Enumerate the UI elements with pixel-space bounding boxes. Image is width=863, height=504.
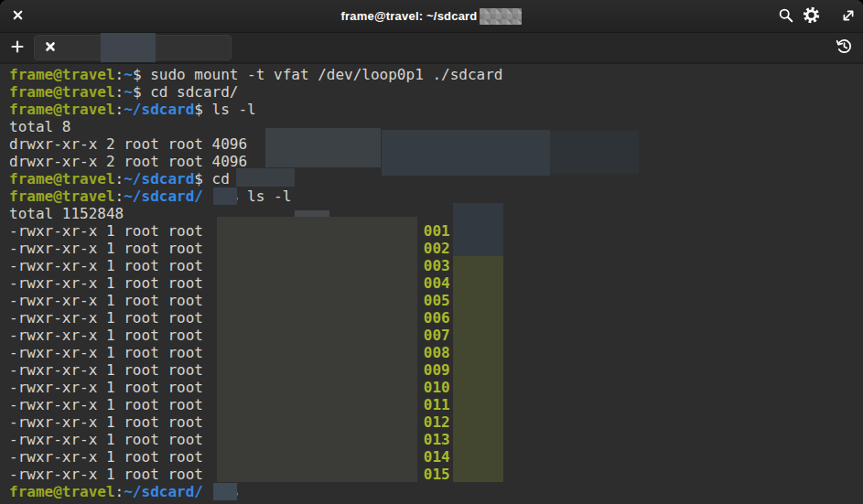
terminal-line: frame@travel:~/sdcard$ ls -l <box>9 101 863 118</box>
window-title-wrap: frame@travel: ~/sdcard <box>0 8 863 25</box>
search-button[interactable] <box>778 7 794 27</box>
terminal-line: total 1152848 <box>9 205 863 222</box>
terminal-line: -rwxr-xr-x 1 root root 012. <box>9 413 863 431</box>
gear-icon <box>803 6 820 27</box>
close-icon <box>45 41 56 55</box>
terminal-window: frame@travel: ~/sdcard <box>0 0 863 504</box>
terminal-line: -rwxr-xr-x 1 root root 006. <box>9 309 863 327</box>
new-tab-button[interactable] <box>5 36 29 59</box>
terminal-line: frame@travel:~$ cd sdcard/ <box>9 83 863 101</box>
history-icon <box>836 38 853 58</box>
terminal-line: -rwxr-xr-x 1 root root 005. <box>9 292 863 309</box>
tab-title-redaction <box>101 33 156 62</box>
terminal-line: -rwxr-xr-x 1 root root 013. <box>9 431 863 448</box>
title-redaction <box>480 8 522 25</box>
terminal-line: -rwxr-xr-x 1 root root 003. <box>9 257 863 274</box>
terminal-line: -rwxr-xr-x 1 root root 004. <box>9 274 863 292</box>
redaction-box <box>550 131 639 174</box>
redaction-box <box>217 217 417 482</box>
terminal-line: -rwxr-xr-x 1 root root 001. <box>9 222 863 240</box>
tab-close-button[interactable] <box>43 40 58 55</box>
terminal-line: frame@travel:~/sdcard/ $ ls -l <box>9 188 863 205</box>
redaction-box <box>382 130 550 176</box>
redaction-box <box>453 256 503 482</box>
redaction-box <box>453 203 503 256</box>
history-button[interactable] <box>834 38 854 58</box>
terminal-output[interactable]: frame@travel:~$ sudo mount -t vfat /dev/… <box>0 64 863 504</box>
terminal-line: -rwxr-xr-x 1 root root 002. <box>9 240 863 257</box>
close-icon <box>12 9 24 24</box>
redaction-box <box>265 128 381 167</box>
terminal-line: -rwxr-xr-x 1 root root 014. <box>9 448 863 466</box>
redaction-box <box>213 188 237 205</box>
header-bar: frame@travel: ~/sdcard <box>0 0 863 33</box>
header-actions <box>778 0 856 33</box>
settings-button[interactable] <box>803 6 820 27</box>
redaction-box <box>236 168 295 187</box>
terminal-line: frame@travel:~$ sudo mount -t vfat /dev/… <box>9 66 863 83</box>
terminal-line: -rwxr-xr-x 1 root root 011. <box>9 396 863 413</box>
terminal-line: -rwxr-xr-x 1 root root 007. <box>9 327 863 344</box>
fullscreen-button[interactable] <box>841 8 856 26</box>
redaction-box <box>213 483 237 500</box>
terminal-line: -rwxr-xr-x 1 root root 009. <box>9 361 863 379</box>
close-button[interactable] <box>9 8 26 25</box>
terminal-line: -rwxr-xr-x 1 root root 008. <box>9 344 863 361</box>
expand-icon <box>841 8 856 26</box>
terminal-line: -rwxr-xr-x 1 root root 010. <box>9 379 863 396</box>
window-title: frame@travel: ~/sdcard <box>341 9 478 23</box>
terminal-line: -rwxr-xr-x 1 root root 015. <box>9 466 863 483</box>
tab-bar <box>0 33 863 64</box>
terminal-line: frame@travel:~/sdcard/ $ <box>9 483 863 500</box>
search-icon <box>778 7 794 27</box>
plus-icon <box>10 39 25 57</box>
